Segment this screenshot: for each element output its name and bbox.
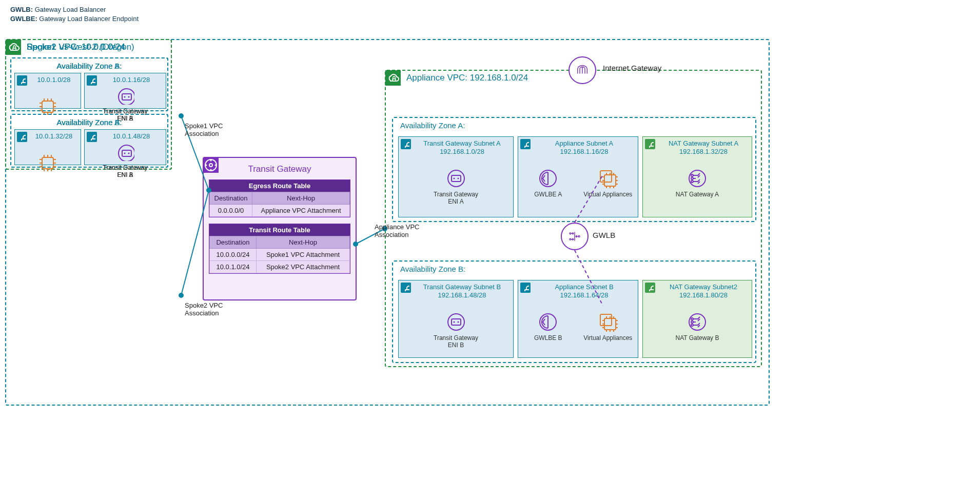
spoke2-title: Spoke2 VPC: 10.0.1.0/24	[27, 42, 125, 52]
app-aza-tgw-subnet: Transit Gateway Subnet A192.168.1.0/28 T…	[398, 136, 514, 217]
app-aza-title: Availability Zone A:	[400, 121, 755, 130]
app-azb: Availability Zone B: Transit Gateway Sub…	[392, 260, 756, 363]
app-aza: Availability Zone A: Transit Gateway Sub…	[392, 117, 756, 222]
svc-label: Transit Gateway ENI A	[430, 191, 482, 205]
sn-cidr: 10.0.1.32/28	[30, 132, 77, 140]
rt-name: Egress Route Table	[209, 180, 350, 192]
rt-h1: Destination	[210, 192, 252, 205]
sn-cidr: NAT Gateway Subnet A192.168.1.32/28	[658, 139, 749, 155]
private-subnet-icon	[401, 139, 411, 149]
svc-label: Virtual Appliances	[583, 191, 632, 198]
private-subnet-icon	[87, 75, 97, 86]
svc-label: GWLBE B	[534, 335, 562, 342]
app-azb-app-subnet: Appliance Subnet B192.168.1.64/28 GWLBE …	[518, 280, 638, 358]
transit-gateway: Transit Gateway Egress Route Table Desti…	[203, 157, 357, 300]
sn-cidr: Appliance Subnet B192.168.1.64/28	[534, 283, 635, 299]
spoke2-assoc-label: Spoke2 VPC Association	[185, 302, 223, 317]
transit-route-table: Transit Route Table DestinationNext-Hop …	[209, 224, 350, 274]
spoke2-aza-sn2: 10.0.1.16/28 Transit Gateway ENI A	[84, 73, 166, 109]
spoke2-vpc: Spoke2 VPC: 10.0.1.0/24 Availability Zon…	[5, 39, 172, 170]
svc-label: NAT Gateway A	[676, 191, 719, 198]
legend-gwlb-val: Gateway Load Balancer	[33, 6, 106, 13]
svc-label: Transit Gateway ENI B	[430, 335, 482, 348]
spoke2-aza-sn1: 10.0.1.0/28	[14, 73, 81, 109]
app-aza-nat-subnet: NAT Gateway Subnet A192.168.1.32/28 NAT …	[642, 136, 752, 217]
spoke2-aza: Availability Zone A: 10.0.1.0/28 10.0.1.…	[10, 57, 168, 111]
app-title: Appliance VPC: 192.168.1.0/24	[406, 73, 528, 83]
svc-label: GWLBE A	[534, 191, 562, 198]
internet-gateway-label: Internet Gateway	[603, 64, 661, 72]
spoke2-azb: Availability Zone B: 10.0.1.32/28 10.0.1…	[10, 114, 168, 168]
spoke2-aza-title: Availability Zone A:	[11, 62, 167, 70]
gwlb-label: GWLB	[593, 231, 615, 239]
spoke1-assoc-label: Spoke1 VPC Association	[185, 123, 223, 138]
rt-next: Spoke1 VPC Attachment	[257, 249, 350, 261]
app-azb-title: Availability Zone B:	[400, 265, 755, 273]
private-subnet-icon	[401, 283, 411, 293]
app-aza-app-subnet: Appliance Subnet A192.168.1.16/28 GWLBE …	[518, 136, 638, 217]
private-subnet-icon	[17, 132, 27, 142]
svc-label: Virtual Appliances	[583, 335, 632, 342]
sn-cidr: 10.0.1.48/28	[100, 132, 163, 140]
gwlb-icon	[561, 223, 589, 250]
vpc-icon	[385, 70, 401, 86]
tgw-title: Transit Gateway	[204, 158, 356, 179]
rt-h2: Next-Hop	[252, 192, 350, 205]
sn-cidr: Transit Gateway Subnet A192.168.1.0/28	[414, 139, 510, 155]
sn-cidr: NAT Gateway Subnet2192.168.1.80/28	[658, 283, 749, 299]
sn-cidr: 10.0.1.0/28	[30, 76, 77, 84]
rt-name: Transit Route Table	[209, 224, 350, 236]
private-subnet-icon	[87, 132, 97, 142]
public-subnet-icon	[645, 139, 655, 149]
rt-dest: 10.0.0.0/24	[210, 249, 257, 261]
private-subnet-icon	[17, 75, 27, 86]
rt-h2: Next-Hop	[257, 236, 350, 249]
sn-cidr: Transit Gateway Subnet B192.168.1.48/28	[414, 283, 510, 299]
sn-cidr: 10.0.1.16/28	[100, 76, 163, 84]
private-subnet-icon	[520, 139, 531, 149]
rt-next: Spoke2 VPC Attachment	[257, 261, 350, 273]
vpc-icon	[6, 39, 21, 55]
legend-gwlbe-key: GWLBE:	[10, 15, 37, 23]
sn-cidr: Appliance Subnet A192.168.1.16/28	[534, 139, 635, 155]
spoke2-azb-sn2: 10.0.1.48/28 Transit Gateway ENI B	[84, 129, 166, 165]
internet-gateway-icon	[569, 56, 596, 84]
rt-next: Appliance VPC Attachment	[252, 205, 350, 217]
diagram-canvas: Region: us-west-2 (Oregon) Spoke1 VPC: 1…	[5, 39, 770, 408]
public-subnet-icon	[645, 283, 655, 293]
app-azb-nat-subnet: NAT Gateway Subnet2192.168.1.80/28 NAT G…	[642, 280, 752, 358]
svc-label: NAT Gateway B	[676, 335, 719, 342]
rt-dest: 10.0.1.0/24	[210, 261, 257, 273]
svc-label: Transit Gateway ENI B	[100, 165, 151, 178]
legend-gwlbe-val: Gateway Load Balancer Endpoint	[37, 15, 139, 23]
legend-gwlb-key: GWLB:	[10, 6, 33, 13]
rt-dest: 0.0.0.0/0	[210, 205, 252, 217]
appliance-vpc: Appliance VPC: 192.168.1.0/24 Availabili…	[385, 70, 762, 367]
appliance-assoc-label: Appliance VPC Association	[375, 224, 419, 239]
tgw-icon	[203, 157, 219, 173]
rt-h1: Destination	[210, 236, 257, 249]
spoke2-azb-title: Availability Zone B:	[11, 118, 167, 127]
private-subnet-icon	[520, 283, 531, 293]
legend: GWLB: Gateway Load Balancer GWLBE: Gatew…	[10, 5, 975, 24]
app-azb-tgw-subnet: Transit Gateway Subnet B192.168.1.48/28 …	[398, 280, 514, 358]
spoke2-azb-sn1: 10.0.1.32/28	[14, 129, 81, 165]
egress-route-table: Egress Route Table DestinationNext-Hop 0…	[209, 179, 350, 217]
